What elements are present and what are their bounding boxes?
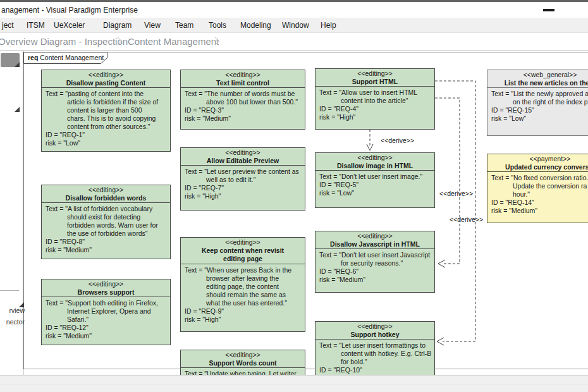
attribute-line: ID = "REQ-6" [319, 267, 433, 276]
horizontal-scrollbar[interactable] [0, 375, 588, 384]
requirement-node-r6[interactable]: <<editing>>Disallow Javascript in HTMLTe… [315, 231, 435, 293]
node-body: Text = "No fixed conversion ratio.Update… [487, 172, 588, 215]
requirement-node-r3[interactable]: <<editing>>Text limit controlText = "The… [180, 70, 305, 130]
requirement-name: Support HTML [315, 78, 434, 86]
breadcrumb-item-overview-diagram[interactable]: Overview Diagram - Inspection [0, 36, 128, 47]
stereotype-label: <<editing>> [315, 322, 434, 331]
attribute-line: risk = "Medium" [185, 114, 303, 123]
requirement-name: Browsers support [42, 288, 170, 297]
attribute-line: ID = "REQ-10" [319, 366, 433, 374]
attribute-line: risk = "Medium" [491, 207, 588, 215]
attribute-line: Safari." [46, 315, 169, 324]
node-body: Text = "Let user insert formattings toco… [315, 340, 434, 374]
attribute-line: ID = "REQ-5" [319, 181, 433, 189]
attribute-line: Text = "List the newly approved a [491, 90, 588, 98]
requirement-name: Disallow pasting Content [42, 79, 170, 87]
minimize-icon[interactable] [543, 9, 554, 11]
menu-item-uexceler[interactable]: UeXceler [54, 21, 85, 30]
attribute-line: risk = "Medium" [319, 276, 433, 284]
breadcrumb: Overview Diagram - Inspection Content Ma… [0, 33, 588, 51]
requirement-node-r14[interactable]: <<payment>>Updated currency conversioTex… [487, 154, 588, 223]
node-header: <<editing>>Keep content when revisitedit… [181, 238, 305, 264]
attribute-line: ID = "REQ-1" [46, 131, 169, 139]
requirement-name: Text limit control [181, 79, 305, 87]
requirement-name: Support Words count [181, 359, 305, 367]
visual-paradigm-window: anagement - Visual Paradigm Enterprise j… [0, 0, 588, 392]
menu-item-modeling[interactable]: Modeling [240, 21, 271, 30]
sidebar-label-connector[interactable]: nector [0, 318, 25, 326]
attribute-line: ID = "REQ-15" [491, 106, 588, 114]
requirement-node-r1[interactable]: <<editing>>Disallow pasting ContentText … [41, 70, 171, 152]
attribute-line: Text = "Let user preview the content as [185, 168, 303, 176]
attribute-line: content into the article" [319, 97, 433, 105]
open-arrowhead-icon [367, 144, 370, 150]
node-body: Text = "Allow user to insert HTMLcontent… [315, 87, 434, 121]
derive-connector[interactable] [435, 98, 460, 264]
stereotype-label: <<payment>> [487, 155, 588, 163]
menu-item-ject[interactable]: ject [2, 21, 14, 30]
node-header: <<editing>>Text limit control [181, 70, 305, 88]
sidebar-label-overview[interactable]: rview [0, 307, 25, 314]
attribute-line: risk = "Low" [319, 189, 433, 197]
node-body: Text = "pasting of content into theartic… [42, 88, 170, 147]
menu-item-diagram[interactable]: Diagram [103, 21, 132, 30]
attribute-line: ID = "REQ-14" [491, 199, 588, 207]
node-body: Text = "List the newly approved aon the … [487, 88, 588, 123]
stereotype-label: <<editing>> [181, 238, 305, 247]
attribute-line: ID = "REQ-3" [185, 106, 303, 114]
frame-kind: req [28, 54, 38, 61]
node-body: Text = "A list of forbidden vocabularysh… [42, 203, 170, 254]
requirement-name: Disallow image in HTML [315, 162, 434, 170]
attribute-line: ID = "REQ-8" [46, 238, 169, 246]
requirement-node-r7[interactable]: <<editing>>Allow Editable PreviewText = … [180, 147, 305, 211]
breadcrumb-item-content-management[interactable]: Content Management [128, 36, 219, 47]
requirement-node-r4[interactable]: <<editing>>Support HTMLText = "Allow use… [315, 68, 435, 130]
attribute-line: Text = "Don't let user insert image." [319, 173, 433, 181]
attribute-line: on the right of the index p [491, 98, 588, 106]
menu-item-view[interactable]: View [144, 21, 161, 30]
attribute-line: risk = "Medium" [46, 332, 169, 340]
menu-item-tools[interactable]: Tools [209, 21, 226, 30]
attribute-line: Text = "A list of forbidden vocabulary [46, 205, 169, 213]
requirement-node-r9[interactable]: <<editing>>Keep content when revisitedit… [180, 237, 305, 332]
attribute-line: for security reasons." [319, 259, 433, 267]
attribute-line: forbidden words. Warn user for [46, 221, 169, 230]
attribute-line: Text = "Allow user to insert HTML [319, 89, 433, 97]
panel-splitter[interactable] [23, 51, 23, 375]
attribute-line: risk = "High" [185, 315, 303, 324]
panel-divider [0, 290, 19, 291]
open-arrowhead-icon [438, 264, 445, 267]
stereotype-label: <<editing>> [315, 154, 434, 162]
attribute-line: risk = "Medium" [46, 246, 169, 254]
attribute-line: Text = "Let user insert formattings to [319, 341, 433, 350]
node-header: <<editing>>Browsers support [42, 279, 170, 297]
attribute-line: ID = "REQ-12" [46, 324, 169, 332]
requirement-name: editing page [181, 255, 305, 263]
attribute-line: Update the conversion ra [491, 182, 588, 190]
attribute-line: should remain the same as [185, 291, 303, 299]
attribute-line: content with hotkey. E.g. Ctrl-B [319, 350, 433, 358]
requirement-node-r5[interactable]: <<editing>>Disallow image in HTMLText = … [315, 152, 435, 208]
menu-item-itsm[interactable]: ITSM [27, 21, 45, 30]
menu-item-team[interactable]: Team [175, 21, 193, 30]
stereotype-label: <<editing>> [42, 280, 170, 288]
attribute-line: article is forbidden if the size of [46, 98, 169, 106]
requirement-node-r12[interactable]: <<editing>>Browsers supportText = "Suppo… [41, 279, 171, 345]
stereotype-label: <<editing>> [315, 70, 434, 78]
requirement-name: List the new articles on the ri [487, 79, 588, 87]
attribute-line: ID = "REQ-9" [185, 307, 303, 315]
derive-connector[interactable] [435, 81, 475, 341]
requirement-name: Disallow Javascript in HTML [315, 240, 434, 248]
requirement-name: Allow Editable Preview [181, 157, 305, 165]
stereotype-label: <<editing>> [42, 186, 170, 194]
stereotype-label: <<editing>> [181, 149, 305, 157]
requirement-node-r8[interactable]: <<editing>>Disallow forbidden wordsText … [41, 185, 171, 259]
attribute-line: risk = "High" [185, 192, 303, 200]
requirement-node-r15[interactable]: <<web_general>>List the new articles on … [487, 70, 588, 136]
attribute-line: for bold." [319, 358, 433, 366]
menu-item-help[interactable]: Help [321, 21, 336, 30]
attribute-line: ID = "REQ-4" [319, 105, 433, 113]
attribute-line: Text = "The number of words must be [185, 90, 303, 98]
requirement-name: Updated currency conversio [487, 163, 588, 171]
menu-item-window[interactable]: Window [282, 21, 309, 30]
